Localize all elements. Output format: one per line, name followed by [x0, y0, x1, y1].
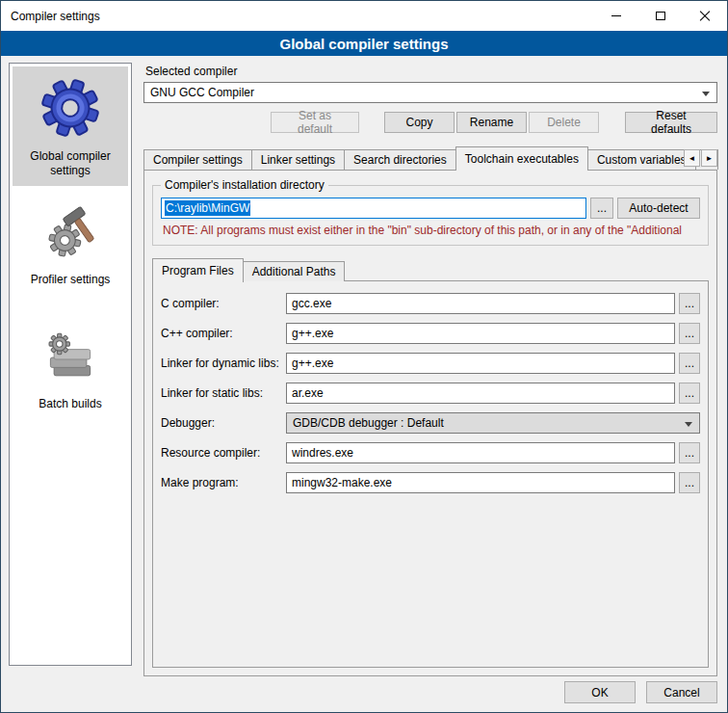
- close-button[interactable]: [683, 1, 727, 31]
- static-linker-browse-button[interactable]: ...: [679, 383, 700, 404]
- tab-toolchain-executables[interactable]: Toolchain executables: [455, 146, 588, 171]
- field-label: C++ compiler:: [161, 327, 286, 340]
- rename-button[interactable]: Rename: [456, 112, 527, 133]
- window-title: Compiler settings: [1, 10, 594, 23]
- chevron-down-icon: [685, 422, 692, 427]
- settings-tabstrip: Compiler settings Linker settings Search…: [143, 145, 717, 170]
- install-dir-group: Compiler's installation directory C:\ray…: [152, 185, 709, 246]
- cpp-compiler-row: C++ compiler: ...: [161, 323, 700, 344]
- cpp-compiler-browse-button[interactable]: ...: [679, 323, 700, 344]
- compiler-select-value: GNU GCC Compiler: [150, 86, 254, 99]
- caption-buttons: [594, 1, 727, 31]
- field-label: C compiler:: [161, 297, 286, 310]
- resource-compiler-browse-button[interactable]: ...: [679, 442, 700, 463]
- main-panel: Selected compiler GNU GCC Compiler Set a…: [143, 63, 717, 676]
- profiler-hammer-icon: [41, 203, 99, 263]
- compiler-settings-window: Compiler settings Global compiler settin…: [0, 0, 728, 713]
- debugger-row: Debugger: GDB/CDB debugger : Default: [161, 412, 700, 434]
- compiler-select[interactable]: GNU GCC Compiler: [143, 82, 717, 103]
- minimize-button[interactable]: [594, 1, 638, 31]
- maximize-icon: [656, 12, 665, 20]
- toolchain-executables-page: Compiler's installation directory C:\ray…: [143, 170, 717, 676]
- install-dir-note: NOTE: All programs must exist either in …: [163, 224, 700, 237]
- make-program-row: Make program: ...: [161, 472, 700, 493]
- resource-compiler-input[interactable]: [286, 442, 675, 463]
- sidebar-item-global-compiler-settings[interactable]: Global compiler settings: [13, 66, 128, 186]
- make-program-browse-button[interactable]: ...: [679, 472, 700, 493]
- dynamic-linker-row: Linker for dynamic libs: ...: [161, 353, 700, 374]
- tab-scroll-buttons: ◄ ►: [684, 149, 717, 167]
- sidebar-item-label: Global compiler settings: [16, 149, 124, 178]
- c-compiler-input[interactable]: [286, 293, 675, 314]
- minimize-icon: [611, 15, 621, 16]
- cancel-button[interactable]: Cancel: [646, 681, 717, 703]
- selected-compiler-label: Selected compiler: [145, 65, 717, 78]
- cpp-compiler-input[interactable]: [286, 323, 675, 344]
- tab-compiler-settings[interactable]: Compiler settings: [143, 149, 252, 170]
- tab-program-files[interactable]: Program Files: [152, 258, 244, 282]
- arrow-left-icon: ◄: [689, 154, 696, 163]
- field-label: Resource compiler:: [161, 446, 286, 460]
- tab-custom-variables[interactable]: Custom variables: [587, 149, 696, 170]
- install-dir-value: C:\raylib\MinGW: [165, 200, 250, 216]
- c-compiler-browse-button[interactable]: ...: [679, 293, 700, 314]
- ok-button[interactable]: OK: [564, 681, 636, 703]
- programs-tabstrip: Program Files Additional Paths: [152, 257, 709, 281]
- sidebar-item-batch-builds[interactable]: Batch builds: [13, 320, 128, 419]
- sidebar-item-label: Profiler settings: [31, 273, 111, 287]
- static-linker-row: Linker for static libs: ...: [161, 383, 700, 404]
- copy-button[interactable]: Copy: [384, 112, 455, 133]
- make-program-input[interactable]: [286, 472, 675, 493]
- tab-scroll-right-button[interactable]: ►: [701, 149, 717, 167]
- tab-search-directories[interactable]: Search directories: [344, 149, 456, 170]
- static-linker-input[interactable]: [286, 383, 675, 404]
- arrow-right-icon: ►: [706, 154, 714, 163]
- tab-scroll-left-button[interactable]: ◄: [684, 149, 700, 167]
- sidebar-item-label: Batch builds: [39, 397, 101, 411]
- dynamic-linker-browse-button[interactable]: ...: [679, 353, 700, 374]
- install-dir-row: C:\raylib\MinGW ... Auto-detect: [161, 198, 700, 219]
- tab-additional-paths[interactable]: Additional Paths: [243, 261, 346, 281]
- program-files-page: C compiler: ... C++ compiler: ... Linker…: [152, 280, 709, 668]
- c-compiler-row: C compiler: ...: [161, 293, 700, 314]
- dynamic-linker-input[interactable]: [286, 353, 675, 374]
- titlebar: Compiler settings: [1, 1, 727, 31]
- page-title: Global compiler settings: [1, 31, 727, 56]
- install-dir-browse-button[interactable]: ...: [590, 198, 613, 219]
- field-label: Linker for dynamic libs:: [161, 356, 286, 370]
- chevron-down-icon: [702, 92, 710, 96]
- maximize-button[interactable]: [638, 1, 683, 31]
- debugger-select[interactable]: GDB/CDB debugger : Default: [286, 412, 700, 434]
- sidebar-item-profiler-settings[interactable]: Profiler settings: [13, 194, 128, 295]
- field-label: Make program:: [161, 476, 286, 489]
- compiler-actions: Set as default Copy Rename Delete Reset …: [143, 112, 717, 133]
- debugger-select-value: GDB/CDB debugger : Default: [293, 416, 444, 430]
- autodetect-button[interactable]: Auto-detect: [617, 198, 700, 219]
- close-icon: [699, 11, 711, 22]
- set-as-default-button[interactable]: Set as default: [271, 112, 359, 133]
- gear-icon: [39, 76, 102, 140]
- install-dir-group-title: Compiler's installation directory: [161, 178, 328, 192]
- field-label: Linker for static libs:: [161, 386, 286, 400]
- resource-compiler-row: Resource compiler: ...: [161, 442, 700, 463]
- sidebar: Global compiler settings: [9, 63, 132, 666]
- delete-button[interactable]: Delete: [529, 112, 599, 133]
- tab-linker-settings[interactable]: Linker settings: [251, 149, 345, 170]
- reset-defaults-button[interactable]: Reset defaults: [625, 112, 717, 133]
- dialog-footer: OK Cancel: [564, 681, 717, 703]
- install-dir-input[interactable]: C:\raylib\MinGW: [161, 198, 586, 219]
- field-label: Debugger:: [161, 416, 286, 430]
- batch-builds-icon: [41, 330, 99, 387]
